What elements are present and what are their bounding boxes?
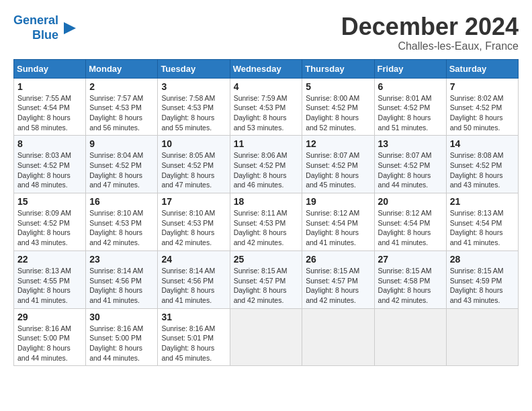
day-number: 8 <box>17 138 82 149</box>
calendar-cell: 19Sunrise: 8:12 AM Sunset: 4:54 PM Dayli… <box>302 193 374 251</box>
day-info: Sunrise: 8:12 AM Sunset: 4:54 PM Dayligh… <box>306 208 370 248</box>
day-number: 7 <box>450 81 515 92</box>
day-number: 6 <box>378 81 443 92</box>
day-info: Sunrise: 8:08 AM Sunset: 4:52 PM Dayligh… <box>450 150 515 190</box>
day-info: Sunrise: 8:16 AM Sunset: 5:00 PM Dayligh… <box>89 324 154 363</box>
calendar-cell: 7Sunrise: 8:02 AM Sunset: 4:52 PM Daylig… <box>446 78 518 136</box>
day-info: Sunrise: 8:13 AM Sunset: 4:55 PM Dayligh… <box>17 266 82 306</box>
day-info: Sunrise: 8:05 AM Sunset: 4:52 PM Dayligh… <box>161 150 226 190</box>
calendar-week-row: 15Sunrise: 8:09 AM Sunset: 4:52 PM Dayli… <box>14 193 519 251</box>
title-section: December 2024 Challes-les-Eaux, France <box>341 13 519 52</box>
day-number: 17 <box>161 196 226 207</box>
calendar-cell: 24Sunrise: 8:14 AM Sunset: 4:56 PM Dayli… <box>158 250 230 308</box>
calendar-cell: 20Sunrise: 8:12 AM Sunset: 4:54 PM Dayli… <box>374 193 446 251</box>
page-header: General Blue December 2024 Challes-les-E… <box>13 13 519 52</box>
calendar-week-row: 22Sunrise: 8:13 AM Sunset: 4:55 PM Dayli… <box>14 250 519 308</box>
day-info: Sunrise: 7:57 AM Sunset: 4:53 PM Dayligh… <box>89 93 154 133</box>
day-number: 24 <box>161 254 226 265</box>
day-info: Sunrise: 8:01 AM Sunset: 4:52 PM Dayligh… <box>378 93 443 133</box>
day-number: 5 <box>306 81 370 92</box>
calendar-cell: 27Sunrise: 8:15 AM Sunset: 4:58 PM Dayli… <box>374 250 446 308</box>
day-number: 27 <box>378 254 443 265</box>
day-info: Sunrise: 7:58 AM Sunset: 4:53 PM Dayligh… <box>161 93 226 133</box>
calendar-week-row: 1Sunrise: 7:55 AM Sunset: 4:54 PM Daylig… <box>14 78 519 136</box>
day-info: Sunrise: 8:00 AM Sunset: 4:52 PM Dayligh… <box>306 93 370 133</box>
day-number: 15 <box>17 196 82 207</box>
day-number: 22 <box>17 254 82 265</box>
calendar-cell: 3Sunrise: 7:58 AM Sunset: 4:53 PM Daylig… <box>158 78 230 136</box>
calendar-cell: 29Sunrise: 8:16 AM Sunset: 5:00 PM Dayli… <box>14 308 86 366</box>
day-info: Sunrise: 8:15 AM Sunset: 4:59 PM Dayligh… <box>450 266 515 306</box>
calendar-cell: 25Sunrise: 8:15 AM Sunset: 4:57 PM Dayli… <box>230 250 302 308</box>
day-number: 29 <box>17 312 82 322</box>
day-info: Sunrise: 8:04 AM Sunset: 4:52 PM Dayligh… <box>89 150 154 190</box>
calendar-cell: 8Sunrise: 8:03 AM Sunset: 4:52 PM Daylig… <box>14 136 86 193</box>
header-tuesday: Tuesday <box>158 59 230 78</box>
day-number: 14 <box>450 138 515 149</box>
logo-text-blue: Blue <box>32 28 58 43</box>
calendar-cell <box>302 308 374 366</box>
day-number: 12 <box>306 138 370 149</box>
calendar-cell: 18Sunrise: 8:11 AM Sunset: 4:53 PM Dayli… <box>230 193 302 251</box>
calendar-cell: 4Sunrise: 7:59 AM Sunset: 4:53 PM Daylig… <box>230 78 302 136</box>
day-number: 21 <box>450 196 515 207</box>
calendar-cell: 9Sunrise: 8:04 AM Sunset: 4:52 PM Daylig… <box>86 136 158 193</box>
day-number: 25 <box>234 254 299 265</box>
day-number: 23 <box>89 254 154 265</box>
calendar-cell: 31Sunrise: 8:16 AM Sunset: 5:01 PM Dayli… <box>158 308 230 366</box>
day-number: 26 <box>306 254 370 265</box>
header-friday: Friday <box>374 59 446 78</box>
day-number: 31 <box>161 312 226 322</box>
day-number: 3 <box>161 81 226 92</box>
svg-marker-0 <box>64 22 76 34</box>
calendar-cell <box>446 308 518 366</box>
day-info: Sunrise: 7:55 AM Sunset: 4:54 PM Dayligh… <box>17 93 82 133</box>
day-info: Sunrise: 8:12 AM Sunset: 4:54 PM Dayligh… <box>378 208 443 248</box>
day-number: 1 <box>17 81 82 92</box>
calendar-cell: 5Sunrise: 8:00 AM Sunset: 4:52 PM Daylig… <box>302 78 374 136</box>
calendar-cell: 21Sunrise: 8:13 AM Sunset: 4:54 PM Dayli… <box>446 193 518 251</box>
header-monday: Monday <box>86 59 158 78</box>
day-info: Sunrise: 8:09 AM Sunset: 4:52 PM Dayligh… <box>17 208 82 248</box>
calendar-cell: 17Sunrise: 8:10 AM Sunset: 4:53 PM Dayli… <box>158 193 230 251</box>
day-number: 16 <box>89 196 154 207</box>
day-info: Sunrise: 8:15 AM Sunset: 4:57 PM Dayligh… <box>234 266 299 306</box>
calendar-cell: 2Sunrise: 7:57 AM Sunset: 4:53 PM Daylig… <box>86 78 158 136</box>
logo-arrow-icon <box>62 21 77 36</box>
header-saturday: Saturday <box>446 59 518 78</box>
day-info: Sunrise: 8:10 AM Sunset: 4:53 PM Dayligh… <box>89 208 154 248</box>
month-title: December 2024 <box>341 13 519 40</box>
day-number: 4 <box>234 81 299 92</box>
calendar-cell: 23Sunrise: 8:14 AM Sunset: 4:56 PM Dayli… <box>86 250 158 308</box>
day-number: 2 <box>89 81 154 92</box>
day-info: Sunrise: 8:07 AM Sunset: 4:52 PM Dayligh… <box>306 150 370 190</box>
calendar-cell: 15Sunrise: 8:09 AM Sunset: 4:52 PM Dayli… <box>14 193 86 251</box>
location-title: Challes-les-Eaux, France <box>341 40 519 52</box>
calendar-cell: 30Sunrise: 8:16 AM Sunset: 5:00 PM Dayli… <box>86 308 158 366</box>
calendar-table: Sunday Monday Tuesday Wednesday Thursday… <box>13 59 519 367</box>
day-info: Sunrise: 8:10 AM Sunset: 4:53 PM Dayligh… <box>161 208 226 248</box>
day-info: Sunrise: 8:02 AM Sunset: 4:52 PM Dayligh… <box>450 93 515 133</box>
day-number: 19 <box>306 196 370 207</box>
calendar-week-row: 8Sunrise: 8:03 AM Sunset: 4:52 PM Daylig… <box>14 136 519 193</box>
calendar-week-row: 29Sunrise: 8:16 AM Sunset: 5:00 PM Dayli… <box>14 308 519 366</box>
calendar-cell: 16Sunrise: 8:10 AM Sunset: 4:53 PM Dayli… <box>86 193 158 251</box>
day-number: 13 <box>378 138 443 149</box>
header-thursday: Thursday <box>302 59 374 78</box>
day-number: 18 <box>234 196 299 207</box>
calendar-cell: 13Sunrise: 8:07 AM Sunset: 4:52 PM Dayli… <box>374 136 446 193</box>
day-info: Sunrise: 8:03 AM Sunset: 4:52 PM Dayligh… <box>17 150 82 190</box>
day-info: Sunrise: 8:14 AM Sunset: 4:56 PM Dayligh… <box>161 266 226 306</box>
calendar-cell: 12Sunrise: 8:07 AM Sunset: 4:52 PM Dayli… <box>302 136 374 193</box>
calendar-cell <box>230 308 302 366</box>
header-wednesday: Wednesday <box>230 59 302 78</box>
day-number: 30 <box>89 312 154 322</box>
calendar-cell: 1Sunrise: 7:55 AM Sunset: 4:54 PM Daylig… <box>14 78 86 136</box>
calendar-cell: 22Sunrise: 8:13 AM Sunset: 4:55 PM Dayli… <box>14 250 86 308</box>
day-info: Sunrise: 8:16 AM Sunset: 5:00 PM Dayligh… <box>17 324 82 363</box>
logo: General Blue <box>13 13 77 42</box>
day-number: 20 <box>378 196 443 207</box>
calendar-cell: 10Sunrise: 8:05 AM Sunset: 4:52 PM Dayli… <box>158 136 230 193</box>
day-info: Sunrise: 8:13 AM Sunset: 4:54 PM Dayligh… <box>450 208 515 248</box>
day-info: Sunrise: 8:15 AM Sunset: 4:57 PM Dayligh… <box>306 266 370 306</box>
